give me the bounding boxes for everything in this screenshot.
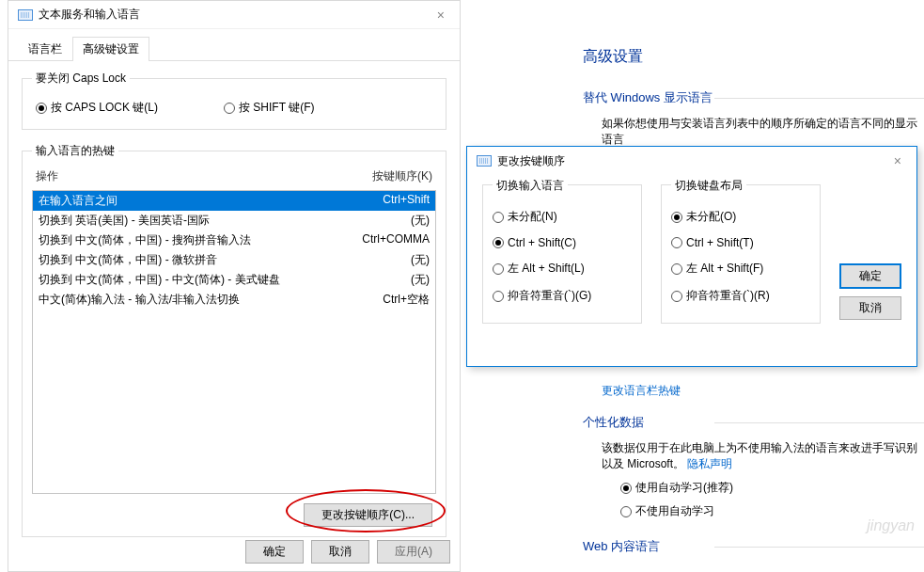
text-services-dialog: 文本服务和输入语言 × 语言栏 高级键设置 要关闭 Caps Lock 按 CA…: [8, 0, 461, 572]
change-langbar-hotkey-link[interactable]: 更改语言栏热键: [583, 383, 924, 399]
col-keyseq: 按键顺序(K): [372, 168, 432, 184]
input-lang-radio[interactable]: 左 Alt + Shift(L): [493, 261, 632, 277]
cancel-button[interactable]: 取消: [311, 540, 369, 564]
input-lang-radio[interactable]: 未分配(N): [493, 209, 632, 225]
close-icon[interactable]: ×: [888, 153, 907, 168]
hotkey-legend: 输入语言的热键: [32, 143, 118, 159]
popup-cancel-button[interactable]: 取消: [839, 296, 901, 320]
section-override-lang: 替代 Windows 显示语言: [583, 89, 924, 106]
hotkey-row[interactable]: 中文(简体)输入法 - 输入法/非输入法切换Ctrl+空格: [33, 290, 435, 310]
kbd-layout-radio[interactable]: 未分配(O): [671, 209, 810, 225]
kbd-layout-radio[interactable]: Ctrl + Shift(T): [671, 236, 810, 249]
tab-language-bar[interactable]: 语言栏: [18, 37, 72, 61]
caps-lock-group: 要关闭 Caps Lock 按 CAPS LOCK 键(L) 按 SHIFT 键…: [22, 71, 446, 130]
section-web-lang: Web 内容语言: [583, 538, 924, 555]
popup-ok-button[interactable]: 确定: [839, 263, 901, 289]
tabs: 语言栏 高级键设置: [8, 29, 460, 61]
switch-input-lang-group: 切换输入语言 未分配(N)Ctrl + Shift(C)左 Alt + Shif…: [482, 184, 642, 324]
hotkey-row[interactable]: 在输入语言之间Ctrl+Shift: [33, 191, 435, 211]
change-key-sequence-button[interactable]: 更改按键顺序(C)...: [304, 503, 432, 527]
hotkey-group: 输入语言的热键 操作 按键顺序(K) 在输入语言之间Ctrl+Shift切换到 …: [22, 143, 446, 537]
input-lang-radio[interactable]: 抑音符重音(`)(G): [493, 288, 632, 304]
input-lang-radio[interactable]: Ctrl + Shift(C): [493, 236, 632, 249]
hotkey-row[interactable]: 切换到 中文(简体，中国) - 微软拼音(无): [33, 250, 435, 270]
ok-button[interactable]: 确定: [245, 540, 304, 564]
tab-advanced-keys[interactable]: 高级键设置: [72, 37, 149, 61]
kbd-layout-radio[interactable]: 抑音符重音(`)(R): [671, 288, 810, 304]
keyboard-icon: [477, 153, 492, 168]
section-personalization: 个性化数据: [583, 414, 924, 431]
caps-lock-legend: 要关闭 Caps Lock: [32, 71, 130, 87]
watermark: jingyan: [867, 517, 915, 534]
popup-title: 更改按键顺序: [497, 153, 565, 169]
shift-key-radio[interactable]: 按 SHIFT 键(F): [224, 100, 314, 116]
privacy-link[interactable]: 隐私声明: [687, 457, 732, 470]
close-icon[interactable]: ×: [431, 8, 450, 23]
hotkey-list[interactable]: 在输入语言之间Ctrl+Shift切换到 英语(美国) - 美国英语-国际(无)…: [32, 190, 436, 494]
hotkey-row[interactable]: 切换到 中文(简体，中国) - 中文(简体) - 美式键盘(无): [33, 270, 435, 290]
hotkey-row[interactable]: 切换到 英语(美国) - 美国英语-国际(无): [33, 211, 435, 230]
group1-title: 切换输入语言: [493, 178, 568, 194]
dialog-title: 文本服务和输入语言: [39, 7, 140, 23]
caps-lock-key-radio[interactable]: 按 CAPS LOCK 键(L): [36, 100, 158, 116]
apply-button[interactable]: 应用(A): [377, 540, 450, 564]
keyboard-icon: [18, 8, 33, 23]
change-key-sequence-dialog: 更改按键顺序 × 切换输入语言 未分配(N)Ctrl + Shift(C)左 A…: [466, 146, 917, 367]
kbd-layout-radio[interactable]: 左 Alt + Shift(F): [671, 261, 810, 277]
col-action: 操作: [36, 168, 372, 184]
hotkey-row[interactable]: 切换到 中文(简体，中国) - 搜狗拼音输入法Ctrl+COMMA: [33, 230, 435, 250]
group2-title: 切换键盘布局: [671, 178, 746, 194]
auto-learn-on-radio[interactable]: 使用自动学习(推荐): [620, 480, 924, 496]
switch-kbd-layout-group: 切换键盘布局 未分配(O)Ctrl + Shift(T)左 Alt + Shif…: [661, 184, 821, 324]
section-override-desc: 如果你想使用与安装语言列表中的顺序所确定的语言不同的显示语言: [583, 116, 924, 148]
page-heading: 高级设置: [583, 47, 924, 67]
personalization-desc: 该数据仅用于在此电脑上为不使用输入法的语言来改进手写识别以及 Microsoft…: [602, 441, 917, 470]
